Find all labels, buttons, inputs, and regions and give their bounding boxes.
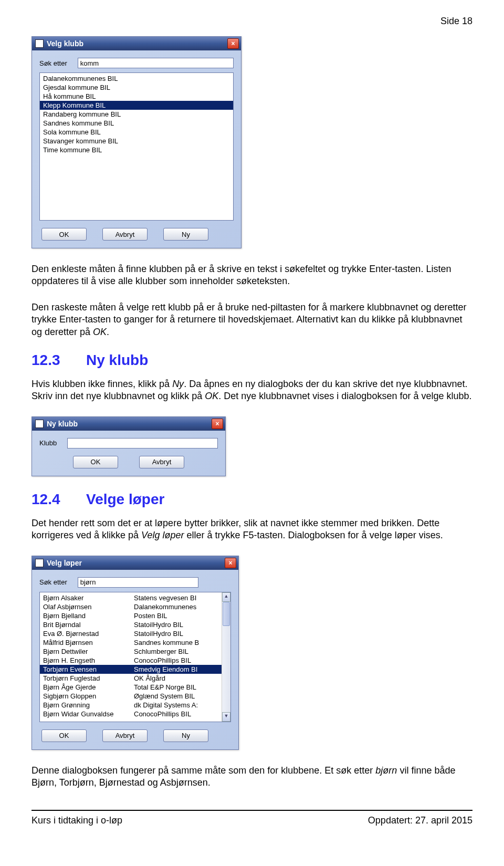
app-icon — [35, 39, 44, 48]
klubb-label: Klubb — [39, 439, 57, 447]
list-item[interactable]: Schlumberger BIL — [131, 647, 222, 656]
text: . Det nye klubbnavnet vises i dialogboks… — [218, 391, 471, 401]
app-icon — [35, 559, 44, 567]
list-item[interactable]: Bjørn Widar Gunvaldse — [40, 710, 131, 718]
text-italic: Ny — [172, 379, 184, 389]
text: eller å trykke F5-tasten. Dialogboksen f… — [184, 530, 443, 540]
app-icon — [35, 420, 44, 428]
list-item[interactable]: Smedvig Eiendom BI — [131, 665, 222, 674]
list-item[interactable]: Bjørn Åge Gjerde — [40, 683, 131, 692]
dialog-title: Ny klubb — [47, 420, 78, 428]
ok-button[interactable]: OK — [41, 228, 87, 241]
close-icon[interactable]: × — [225, 558, 236, 568]
dialog-title: Velg klubb — [47, 39, 83, 48]
list-item[interactable]: Dalanekommunenes BIL — [40, 74, 233, 83]
section-heading-12-3: 12.3Ny klubb — [32, 352, 472, 369]
ok-button[interactable]: OK — [41, 729, 87, 742]
list-item[interactable]: Øglænd System BIL — [131, 692, 222, 701]
dialog-velg-klubb: Velg klubb × Søk etter Dalanekommunenes … — [32, 36, 242, 248]
cancel-button[interactable]: Avbryt — [102, 729, 148, 742]
search-input[interactable] — [78, 58, 234, 68]
list-item[interactable]: Brit Bjørndal — [40, 620, 131, 629]
list-item[interactable]: Bjørn Grønning — [40, 701, 131, 710]
list-item[interactable]: StatoilHydro BIL — [131, 629, 222, 638]
scroll-up-icon[interactable]: ▲ — [222, 592, 230, 602]
new-button[interactable]: Ny — [163, 228, 208, 241]
footer-rule — [32, 810, 472, 811]
list-item[interactable]: Time kommune BIL — [40, 145, 233, 154]
list-item[interactable]: Bjørn H. Engseth — [40, 656, 131, 665]
list-item[interactable]: Randaberg kommune BIL — [40, 110, 233, 119]
list-item[interactable]: Gjesdal kommune BIL — [40, 83, 233, 92]
text: Denne dialogboksen fungerer på samme måt… — [32, 765, 375, 776]
section-title: Ny klubb — [86, 352, 148, 368]
search-label: Søk etter — [39, 59, 67, 67]
list-item[interactable]: Stavanger kommune BIL — [40, 137, 233, 145]
list-item[interactable]: Sandnes kommune BIL — [40, 119, 233, 128]
footer: Kurs i tidtaking i o-løp Oppdatert: 27. … — [32, 815, 472, 826]
section-number: 12.3 — [32, 352, 86, 369]
scrollbar[interactable]: ▲ ▼ — [222, 592, 230, 722]
list-item[interactable]: Bjørn Dettwiler — [40, 647, 131, 656]
paragraph: Denne dialogboksen fungerer på samme måt… — [32, 765, 472, 789]
search-label: Søk etter — [39, 578, 67, 586]
list-item[interactable]: ConocoPhillips BIL — [131, 656, 222, 665]
close-icon[interactable]: × — [227, 38, 239, 49]
list-item[interactable]: ConocoPhillips BIL — [131, 710, 222, 718]
titlebar: Velg klubb × — [32, 37, 241, 50]
list-item[interactable]: Olaf Asbjørnsen — [40, 602, 131, 611]
section-title: Velge løper — [86, 491, 164, 507]
list-item[interactable]: Sola kommune BIL — [40, 128, 233, 137]
text-italic: OK — [93, 327, 107, 337]
section-heading-12-4: 12.4Velge løper — [32, 491, 472, 508]
scroll-down-icon[interactable]: ▼ — [222, 712, 230, 722]
klubb-listbox[interactable]: Dalanekommunenes BILGjesdal kommune BILH… — [39, 72, 234, 221]
scroll-thumb[interactable] — [223, 602, 230, 626]
list-item[interactable]: Torbjørn Fuglestad — [40, 674, 131, 683]
titlebar: Ny klubb × — [32, 417, 225, 431]
list-item[interactable]: Målfrid Bjørnsen — [40, 638, 131, 647]
cancel-button[interactable]: Avbryt — [139, 456, 184, 468]
text: . — [107, 327, 109, 337]
cancel-button[interactable]: Avbryt — [102, 228, 148, 241]
titlebar: Velg løper × — [32, 556, 238, 570]
loper-listbox[interactable]: Bjørn AlsakerOlaf AsbjørnsenBjørn Bjella… — [39, 592, 231, 722]
footer-left: Kurs i tidtaking i o-løp — [32, 815, 122, 826]
dialog-ny-klubb: Ny klubb × Klubb OK Avbryt — [32, 416, 226, 476]
dialog-velg-loper: Velg løper × Søk etter Bjørn AlsakerOlaf… — [32, 556, 239, 750]
list-item[interactable]: Torbjørn Evensen — [40, 665, 131, 674]
list-item[interactable]: Total E&P Norge BIL — [131, 683, 222, 692]
text-italic: OK — [205, 391, 218, 401]
ok-button[interactable]: OK — [73, 456, 118, 468]
list-item[interactable]: Klepp Kommune BIL — [40, 101, 233, 110]
scroll-track[interactable] — [222, 602, 230, 712]
paragraph: Den enkleste måten å finne klubben på er… — [32, 263, 472, 288]
list-item[interactable]: dk Digital Systems A: — [131, 701, 222, 710]
close-icon[interactable]: × — [212, 419, 223, 429]
text: Hvis klubben ikke finnes, klikk på — [32, 379, 172, 389]
list-item[interactable]: StatoilHydro BIL — [131, 620, 222, 629]
klubb-input[interactable] — [67, 438, 218, 448]
paragraph: Hvis klubben ikke finnes, klikk på Ny. D… — [32, 378, 472, 403]
list-item[interactable]: Statens vegvesen BI — [131, 593, 222, 602]
list-item[interactable]: Sandnes kommune B — [131, 638, 222, 647]
dialog-title: Velg løper — [47, 559, 82, 567]
paragraph: Den raskeste måten å velge rett klubb på… — [32, 301, 472, 338]
new-button[interactable]: Ny — [163, 729, 208, 742]
text-italic: bjørn — [375, 765, 397, 776]
footer-right: Oppdatert: 27. april 2015 — [368, 815, 472, 826]
paragraph: Det hender rett som det er at løpere byt… — [32, 517, 472, 542]
search-input[interactable] — [78, 577, 198, 588]
list-item[interactable]: Bjørn Alsaker — [40, 593, 131, 602]
list-item[interactable]: Bjørn Bjelland — [40, 611, 131, 620]
list-item[interactable]: OK Ålgård — [131, 674, 222, 683]
list-item[interactable]: Dalanekommunenes — [131, 602, 222, 611]
list-item[interactable]: Sigbjørn Gloppen — [40, 692, 131, 701]
list-item[interactable]: Hå kommune BIL — [40, 92, 233, 101]
page-number: Side 18 — [32, 16, 472, 27]
section-number: 12.4 — [32, 491, 86, 508]
text-italic: Velg løper — [141, 530, 184, 540]
list-item[interactable]: Eva Ø. Bjørnestad — [40, 629, 131, 638]
list-item[interactable]: Posten BIL — [131, 611, 222, 620]
